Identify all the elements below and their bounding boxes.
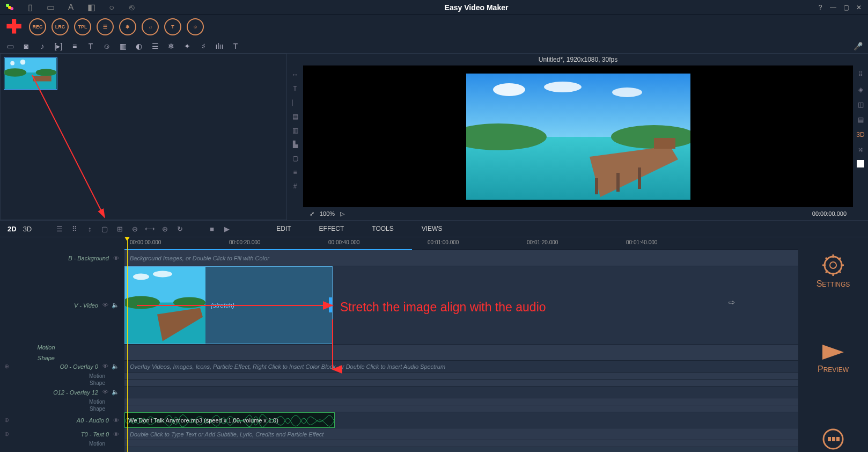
audio-button[interactable]: ♫	[142, 18, 159, 35]
color-icon[interactable]	[857, 160, 864, 167]
eq-icon[interactable]: ılıı	[215, 41, 224, 51]
panel-icon[interactable]: ◧	[86, 2, 97, 13]
handle-icon[interactable]: ⠿	[856, 70, 865, 79]
snap-icon[interactable]: ⊞	[115, 224, 124, 233]
frame-icon[interactable]: ▢	[290, 154, 300, 163]
speaker-icon[interactable]: 🔈	[112, 302, 119, 309]
align-icon[interactable]: ⎸	[290, 98, 300, 107]
eye-icon[interactable]: 👁	[113, 417, 119, 424]
menu-edit[interactable]: EDIT	[276, 225, 291, 232]
type-icon[interactable]: T	[86, 41, 95, 51]
speaker-icon[interactable]: 🔈	[112, 363, 119, 370]
track-label-video[interactable]: V - Video 👁🔈	[0, 266, 124, 345]
tune-icon[interactable]: ♯	[198, 41, 208, 51]
zoomin-icon[interactable]: ⊕	[160, 224, 169, 233]
lines-icon[interactable]: ≡	[70, 41, 79, 51]
menu-effect[interactable]: EFFECT	[319, 225, 344, 232]
lyric-button[interactable]: LRC	[52, 18, 69, 35]
text-tool-icon[interactable]: T	[290, 84, 300, 93]
music-icon[interactable]: ♪	[38, 41, 47, 51]
render-button[interactable]: RENDER	[819, 427, 848, 452]
track-area[interactable]: 00:00:00.000 00:00:20.000 00:00:40.000 0…	[124, 237, 798, 452]
swap-icon[interactable]: ⤭	[856, 145, 865, 155]
eye-icon[interactable]: 👁	[113, 431, 119, 438]
tab-2d[interactable]: 2D	[8, 225, 17, 233]
search-icon[interactable]: ○	[106, 2, 117, 13]
bars-icon[interactable]: ▥	[290, 126, 300, 135]
list2-icon[interactable]: ☰	[150, 41, 160, 51]
text2-icon[interactable]: T	[231, 41, 240, 51]
play-preview-icon[interactable]: ▷	[340, 210, 344, 217]
menu-tools[interactable]: TOOLS	[372, 225, 393, 232]
guides-icon[interactable]: ≡	[290, 167, 300, 177]
fit-icon[interactable]: ⟷	[145, 224, 154, 233]
record-button[interactable]: REC	[29, 18, 46, 35]
track-label-overlay12[interactable]: O12 - Overlay 12 👁🔈	[0, 387, 124, 398]
text-button[interactable]: T	[164, 18, 181, 35]
track-label-background[interactable]: B - Background 👁	[0, 250, 124, 266]
bracket-icon[interactable]: [▸]	[54, 41, 63, 51]
track-text[interactable]: Double Click to Type Text or Add Subtitl…	[124, 428, 798, 440]
play-icon[interactable]: ▶	[223, 224, 231, 233]
track-label-motion[interactable]: Motion Shape	[0, 345, 124, 361]
contrast-icon[interactable]: ◐	[134, 41, 144, 51]
eye-icon[interactable]: 👁	[102, 302, 108, 309]
shirt-icon[interactable]: ⎋	[127, 2, 137, 13]
add-track-icon[interactable]: ⊕	[4, 431, 9, 438]
layers-icon[interactable]: ▤	[856, 115, 865, 125]
speaker-icon[interactable]: 🔈	[112, 389, 119, 396]
add-media-button[interactable]: ✚	[4, 17, 24, 37]
chart-icon[interactable]: ▙	[290, 140, 300, 149]
camera-icon[interactable]: ◙	[21, 41, 31, 51]
split-icon[interactable]: ◫	[856, 100, 865, 110]
zoomout-icon[interactable]: ⊖	[130, 224, 139, 233]
track-audio[interactable]: We Don't Talk Anymore.mp3 (speed x 1.00,…	[124, 412, 798, 428]
resize-icon[interactable]: ↔	[290, 70, 300, 79]
add-track-icon[interactable]: ⊕	[4, 417, 9, 424]
eye-icon[interactable]: 👁	[102, 389, 108, 396]
puzzle-icon[interactable]: ✦	[182, 41, 192, 51]
preview-button[interactable]: PREVIEW	[818, 342, 849, 374]
timeline-ruler[interactable]: 00:00:00.000 00:00:20.000 00:00:40.000 0…	[124, 237, 798, 250]
preview-zoom[interactable]: 100%	[320, 210, 335, 217]
track-label-text[interactable]: ⊕ T0 - Text 0 👁	[0, 428, 124, 440]
film-icon[interactable]: ▭	[45, 2, 56, 13]
add-track-icon[interactable]: ⊕	[4, 363, 9, 370]
battery-icon[interactable]: ▥	[118, 41, 128, 51]
track-label-overlay0[interactable]: ⊕ O0 - Overlay 0 👁🔈	[0, 361, 124, 373]
track-background[interactable]: Background Images, or Double Click to Fi…	[124, 250, 798, 266]
target-icon[interactable]: ◈	[856, 85, 865, 94]
preview-canvas[interactable]	[303, 65, 853, 207]
grid-icon[interactable]: #	[290, 181, 300, 191]
template-button[interactable]: TPL	[74, 18, 91, 35]
expand-icon[interactable]: ⤢	[310, 210, 314, 217]
effects-button[interactable]: ✱	[119, 18, 136, 35]
eye-icon[interactable]: 👁	[102, 363, 108, 370]
refresh-icon[interactable]: ↻	[175, 224, 184, 233]
audio-clip[interactable]: We Don't Talk Anymore.mp3 (speed x 1.00,…	[124, 412, 335, 428]
row-icon[interactable]: ▤	[290, 112, 300, 121]
snow-icon[interactable]: ❄	[166, 41, 176, 51]
maximize-button[interactable]: ▢	[841, 3, 851, 12]
view-card-icon[interactable]: ▭	[5, 41, 15, 51]
edit-icon[interactable]: A	[65, 2, 76, 13]
track-label-audio[interactable]: ⊕ A0 - Audio 0 👁	[0, 412, 124, 428]
playhead[interactable]	[127, 237, 128, 452]
smile-icon[interactable]: ☺	[102, 41, 112, 51]
3d-icon[interactable]: 3D	[856, 130, 865, 140]
next-arrow-icon[interactable]: ⇨	[729, 298, 735, 307]
bookmark-icon[interactable]: ▯	[25, 2, 35, 13]
menu-views[interactable]: VIEWS	[422, 225, 443, 232]
mic-icon[interactable]: 🎤	[853, 41, 863, 51]
track-overlay12[interactable]	[124, 387, 798, 398]
minimize-button[interactable]: —	[828, 3, 838, 12]
track-motion[interactable]	[124, 345, 798, 361]
close-button[interactable]: ✕	[854, 3, 864, 12]
settings-button[interactable]: SETTINGS	[816, 253, 850, 289]
track-overlay0[interactable]: Overlay Videos, Images, Icons, Particle …	[124, 361, 798, 373]
stop-icon[interactable]: ■	[208, 224, 216, 233]
user-button[interactable]: ☺	[187, 18, 204, 35]
help-button[interactable]: ?	[815, 3, 825, 12]
list-button[interactable]: ☰	[97, 18, 114, 35]
eye-icon[interactable]: 👁	[113, 255, 119, 261]
